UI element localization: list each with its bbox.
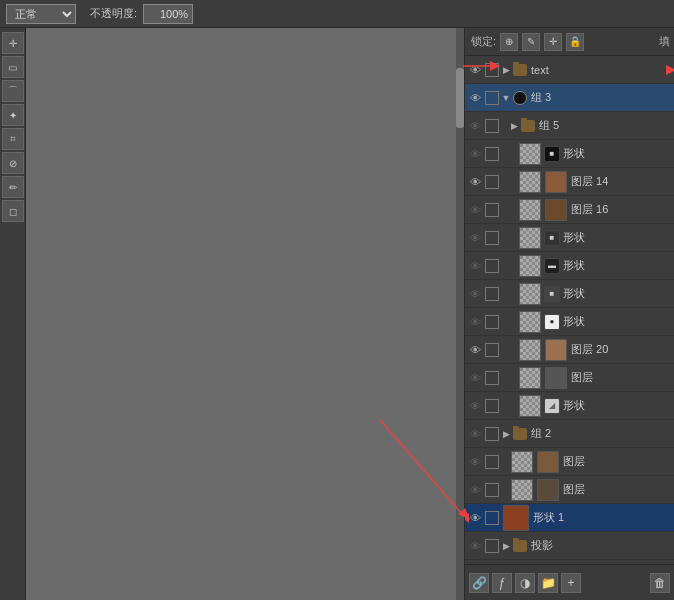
checkbox-shape2[interactable] [485,231,499,245]
eraser-tool[interactable]: ◻ [2,200,24,222]
move-tool[interactable]: ✛ [2,32,24,54]
expand-shadow[interactable]: ▶ [501,541,511,551]
eye-icon-text[interactable]: 👁 [467,62,483,78]
checkbox-shape5[interactable] [485,315,499,329]
layer-row-bg[interactable]: 👁 ▶ bg [465,560,674,564]
select-tool[interactable]: ▭ [2,56,24,78]
checkbox-shape4[interactable] [485,287,499,301]
layer-name-shape4: 形状 [563,286,672,301]
checkbox-group5[interactable] [485,119,499,133]
eye-icon-shadow[interactable]: 👁 [467,538,483,554]
expand-group3[interactable]: ▼ [501,93,511,103]
checkbox-layer14[interactable] [485,175,499,189]
lasso-tool[interactable]: ⌒ [2,80,24,102]
eye-icon-sub1[interactable]: 👁 [467,370,483,386]
layer-row-shape1[interactable]: 👁 ■ 形状 [465,140,674,168]
eyedropper-tool[interactable]: ⊘ [2,152,24,174]
thumb-checker-shape2 [519,227,541,249]
layer-row-shape4[interactable]: 👁 ■ 形状 [465,280,674,308]
eye-icon-shape3[interactable]: 👁 [467,258,483,274]
thumb-checker-sub2 [511,451,533,473]
eye-icon-shape-active[interactable]: 👁 [467,510,483,526]
layers-panel: 锁定: ⊕ ✎ ✛ 🔒 填 👁 ▶ text [464,28,674,600]
add-mask-btn[interactable]: ◑ [515,573,535,593]
lock-paint-icon[interactable]: ✎ [522,33,540,51]
new-layer-btn[interactable]: + [561,573,581,593]
layer-row-layer14[interactable]: 👁 图层 14 [465,168,674,196]
eye-icon-group5[interactable]: 👁 [467,118,483,134]
layer-row-shape-active[interactable]: 👁 形状 1 [465,504,674,532]
lock-position-icon[interactable]: ✛ [544,33,562,51]
thumb-8-shape4: ■ [544,286,560,302]
delete-layer-btn[interactable]: 🗑 [650,573,670,593]
checkbox-layer20[interactable] [485,343,499,357]
layer-row-layer16[interactable]: 👁 图层 16 [465,196,674,224]
fill-label: 填 [659,34,670,49]
eye-icon-sub2[interactable]: 👁 [467,454,483,470]
layer-row-shapel[interactable]: 👁 ◢ 形状 [465,392,674,420]
eye-icon-sub3[interactable]: 👁 [467,482,483,498]
vertical-scrollbar[interactable] [456,28,464,600]
expand-group5[interactable]: ▶ [509,121,519,131]
checkbox-text[interactable] [485,63,499,77]
layers-toolbar: 锁定: ⊕ ✎ ✛ 🔒 填 [465,28,674,56]
expand-group2[interactable]: ▶ [501,429,511,439]
checkbox-shape3[interactable] [485,259,499,273]
lock-all-icon[interactable]: 🔒 [566,33,584,51]
layer-row-text[interactable]: 👁 ▶ text [465,56,674,84]
layer-name-sub1: 图层 [571,370,672,385]
opacity-input[interactable] [143,4,193,24]
layer-row-sublayer2[interactable]: 👁 图层 [465,448,674,476]
layer-row-shape3[interactable]: 👁 ▬ 形状 [465,252,674,280]
layer-row-group2[interactable]: 👁 ▶ 组 2 [465,420,674,448]
add-style-btn[interactable]: ƒ [492,573,512,593]
layer-name-shape-active: 形状 1 [533,510,672,525]
checkbox-shape1[interactable] [485,147,499,161]
checkbox-shadow[interactable] [485,539,499,553]
checkbox-group3[interactable] [485,91,499,105]
layer-name-layer20: 图层 20 [571,342,672,357]
layer-row-shadow[interactable]: 👁 ▶ 投影 [465,532,674,560]
eye-icon-layer20[interactable]: 👁 [467,342,483,358]
lock-move-icon[interactable]: ⊕ [500,33,518,51]
eye-icon-shapel[interactable]: 👁 [467,398,483,414]
layer-row-shape2[interactable]: 👁 ■ 形状 [465,224,674,252]
eye-icon-shape4[interactable]: 👁 [467,286,483,302]
eye-icon-layer16[interactable]: 👁 [467,202,483,218]
expand-text[interactable]: ▶ [501,65,511,75]
layers-list[interactable]: 👁 ▶ text 👁 ▼ 组 3 [465,56,674,564]
checkbox-shape-active[interactable] [485,511,499,525]
eye-icon-group2[interactable]: 👁 [467,426,483,442]
checkbox-group2[interactable] [485,427,499,441]
crop-tool[interactable]: ⌗ [2,128,24,150]
eye-icon-shape2[interactable]: 👁 [467,230,483,246]
brush-tool[interactable]: ✏ [2,176,24,198]
eye-icon-shape1[interactable]: 👁 [467,146,483,162]
thumb-8-shape3: ▬ [544,258,560,274]
checkbox-sub1[interactable] [485,371,499,385]
thumb-8-shapel: ◢ [544,398,560,414]
thumb-8-shape2: ■ [544,230,560,246]
thumb-checker-shapel [519,395,541,417]
eye-icon-group3[interactable]: 👁 [467,90,483,106]
layer-row-group3[interactable]: 👁 ▼ 组 3 [465,84,674,112]
thumb-layer16 [545,199,567,221]
link-layers-btn[interactable]: 🔗 [469,573,489,593]
create-group-btn[interactable]: 📁 [538,573,558,593]
checkbox-layer16[interactable] [485,203,499,217]
top-toolbar: 正常 不透明度: [0,0,674,28]
checkbox-sub3[interactable] [485,483,499,497]
thumb-checker-layer20 [519,339,541,361]
layer-row-group5[interactable]: 👁 ▶ 组 5 [465,112,674,140]
layer-row-sublayer3[interactable]: 👁 图层 [465,476,674,504]
layer-row-shape5[interactable]: 👁 ● 形状 [465,308,674,336]
checkbox-sub2[interactable] [485,455,499,469]
blend-mode-select[interactable]: 正常 [6,4,76,24]
scrollbar-thumb[interactable] [456,68,464,128]
layer-row-layer20[interactable]: 👁 图层 20 [465,336,674,364]
layer-row-sublayer1[interactable]: 👁 图层 [465,364,674,392]
checkbox-shapel[interactable] [485,399,499,413]
eye-icon-shape5[interactable]: 👁 [467,314,483,330]
eye-icon-layer14[interactable]: 👁 [467,174,483,190]
wand-tool[interactable]: ✦ [2,104,24,126]
